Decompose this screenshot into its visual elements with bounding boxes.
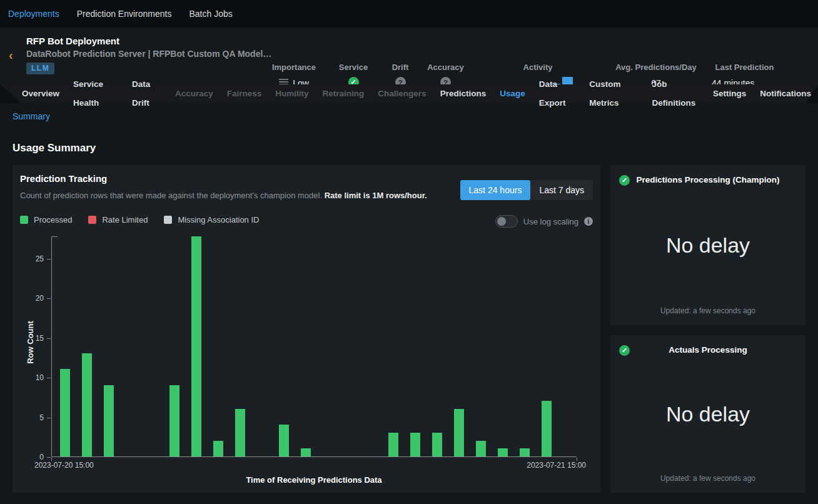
chart-bar-h8 — [235, 409, 245, 456]
legend-item-rate-limited[interactable]: Rate Limited — [88, 215, 148, 224]
page-title: Usage Summary — [13, 142, 96, 154]
metric-accuracy-label: Accuracy — [427, 63, 464, 72]
tab-custom-metrics[interactable]: Custom Metrics — [582, 75, 645, 113]
y-tick-label-25: 25 — [23, 255, 44, 263]
tab-data-export[interactable]: Data Export — [532, 75, 583, 113]
chart-bar-h21 — [520, 448, 530, 456]
last-prediction-label: Last Prediction — [715, 63, 774, 72]
actuals-processing-panel-title: Actuals Processing — [610, 345, 805, 355]
plot-area — [51, 236, 577, 457]
nav-item-deployments[interactable]: Deployments — [8, 9, 59, 19]
info-icon[interactable]: i — [584, 217, 593, 226]
legend-item-processed[interactable]: Processed — [20, 215, 72, 224]
metric-service: Service ✓ — [322, 63, 385, 88]
metric-importance-label: Importance — [272, 63, 316, 72]
top-nav: DeploymentsPrediction EnvironmentsBatch … — [0, 0, 818, 28]
chart-bar-h11 — [301, 448, 311, 456]
description-text: Count of prediction rows that were made … — [20, 191, 325, 200]
legend-label-processed: Processed — [34, 215, 72, 224]
legend-label-missing-association-id: Missing Association ID — [178, 215, 259, 224]
chart-bar-h15 — [388, 433, 398, 456]
range-button-last-24-hours[interactable]: Last 24 hours — [460, 180, 531, 200]
chart-bar-h16 — [410, 433, 420, 456]
metric-service-label: Service — [339, 63, 368, 72]
legend-swatch-processed — [20, 216, 28, 224]
chart-bar-h10 — [279, 425, 289, 456]
nav-item-prediction-environments[interactable]: Prediction Environments — [77, 9, 172, 19]
metric-activity-label: Activity — [523, 63, 553, 72]
actuals-processing-panel: ✓Actuals ProcessingNo delayUpdated: a fe… — [610, 335, 805, 493]
log-scaling-row: Use log scaling i — [495, 215, 593, 228]
tab-predictions[interactable]: Predictions — [433, 84, 493, 103]
tab-data-drift[interactable]: Data Drift — [125, 75, 168, 113]
x-axis-end-label: 2023-07-21 15:00 — [527, 461, 586, 470]
actuals-processing-panel-status-check-icon: ✓ — [619, 345, 630, 356]
predictions-processing-panel-value: No delay — [610, 184, 805, 306]
predictions-processing-panel-updated: Updated: a few seconds ago — [610, 306, 805, 325]
nav-item-batch-jobs[interactable]: Batch Jobs — [189, 9, 232, 19]
chart-bar-h5 — [169, 385, 179, 456]
tab-notifications[interactable]: Notifications — [753, 84, 818, 103]
tab-retraining: Retraining — [316, 84, 371, 103]
tab-fairness: Fairness — [220, 84, 269, 103]
tab-usage[interactable]: Usage — [493, 84, 532, 103]
tab-overview[interactable]: Overview — [15, 84, 66, 103]
legend-item-missing-association-id[interactable]: Missing Association ID — [164, 215, 259, 224]
llm-badge: LLM — [26, 63, 54, 74]
breadcrumb-summary-link[interactable]: Summary — [13, 111, 50, 121]
predictions-processing-panel-title: Predictions Processing (Champion) — [610, 175, 805, 184]
y-tick-mark-20 — [47, 298, 51, 299]
legend-swatch-rate-limited — [88, 216, 96, 224]
y-tick-mark-25 — [47, 259, 51, 260]
avg-predictions-label: Avg. Predictions/Day — [615, 63, 697, 72]
chart-bar-h18 — [454, 409, 464, 456]
actuals-processing-panel-updated: Updated: a few seconds ago — [610, 474, 805, 493]
prediction-tracking-panel: Prediction Tracking Count of prediction … — [13, 165, 600, 493]
predictions-processing-panel-status-check-icon: ✓ — [619, 175, 630, 186]
chart-bar-h1 — [82, 353, 92, 456]
time-range-button-group: Last 24 hoursLast 7 days — [460, 180, 593, 200]
deployment-title: RFP Bot Deployment — [26, 36, 271, 46]
predictions-processing-panel-header: ✓Predictions Processing (Champion) — [610, 165, 805, 184]
rate-limit-text: Rate limit is 1M rows/hour. — [325, 191, 427, 200]
y-tick-mark-10 — [47, 378, 51, 378]
legend-swatch-missing-association-id — [164, 216, 172, 224]
metric-drift-label: Drift — [392, 63, 409, 72]
y-tick-label-10: 10 — [23, 373, 44, 382]
actuals-processing-panel-header: ✓Actuals Processing — [610, 335, 805, 355]
tab-service-health[interactable]: Service Health — [66, 75, 125, 113]
y-tick-label-0: 0 — [23, 453, 44, 461]
tab-job-definitions[interactable]: Job Definitions — [645, 75, 706, 113]
tab-accuracy: Accuracy — [168, 84, 220, 103]
y-tick-label-5: 5 — [23, 413, 44, 422]
chart-bar-h7 — [213, 441, 223, 456]
x-axis-title: Time of Receiving Predictions Data — [51, 475, 577, 485]
metric-accuracy: Accuracy ? — [416, 63, 475, 88]
app-root: DeploymentsPrediction EnvironmentsBatch … — [0, 0, 818, 504]
chart-bar-h0 — [60, 369, 70, 456]
toggle-knob — [497, 217, 506, 226]
metric-drift: Drift ? — [385, 63, 416, 88]
predictions-processing-panel: ✓Predictions Processing (Champion)No del… — [610, 165, 805, 325]
tab-challengers: Challengers — [371, 84, 433, 103]
tracking-panel-title: Prediction Tracking — [20, 173, 107, 184]
chart-bar-h6 — [191, 236, 201, 456]
back-chevron-icon[interactable]: ‹ — [9, 49, 13, 61]
deployment-titles: RFP Bot Deployment DataRobot Prediction … — [26, 36, 271, 74]
y-tick-mark-5 — [47, 418, 51, 418]
chart-bar-h19 — [476, 441, 486, 456]
legend-label-rate-limited: Rate Limited — [102, 215, 148, 224]
log-scaling-toggle[interactable] — [495, 215, 518, 228]
tab-humility: Humility — [268, 84, 315, 103]
tab-settings[interactable]: Settings — [706, 84, 753, 103]
x-axis-start-label: 2023-07-20 15:00 — [34, 461, 94, 470]
log-scaling-label: Use log scaling — [523, 217, 578, 226]
tracking-panel-description: Count of prediction rows that were made … — [20, 191, 427, 200]
chart-bar-h17 — [432, 433, 442, 456]
y-tick-mark-15 — [47, 338, 51, 339]
y-tick-mark-0 — [47, 457, 51, 458]
chart-bar-h20 — [498, 448, 508, 456]
deployment-tab-bar: OverviewService HealthData DriftAccuracy… — [0, 84, 818, 103]
chart-bar-h22 — [542, 401, 552, 456]
range-button-last-7-days[interactable]: Last 7 days — [530, 180, 593, 200]
